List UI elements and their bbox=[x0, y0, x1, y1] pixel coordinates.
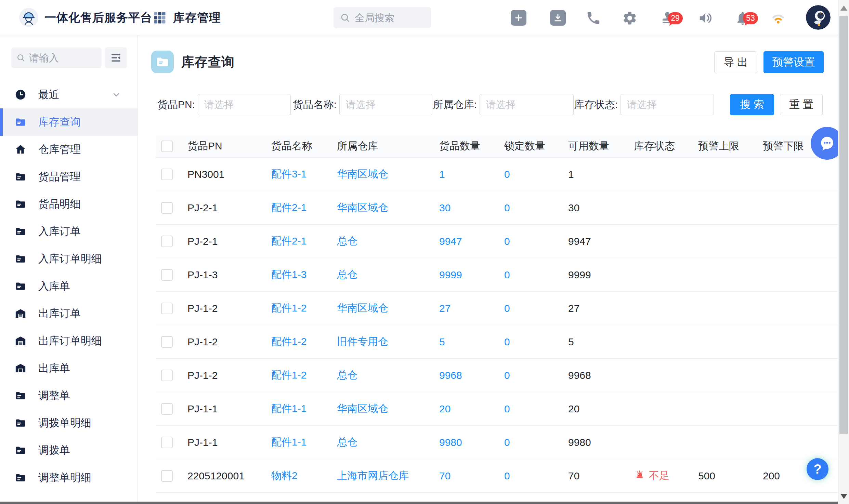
cell-locked-link[interactable]: 0 bbox=[504, 370, 568, 381]
scroll-down-arrow[interactable] bbox=[840, 494, 847, 499]
sidebar-item-inventory-query[interactable]: 库存查询 bbox=[0, 108, 138, 136]
global-search-input[interactable] bbox=[355, 12, 423, 24]
cell-qty-link[interactable]: 9947 bbox=[439, 236, 504, 247]
cell-warehouse-link[interactable]: 总仓 bbox=[337, 368, 439, 382]
export-button[interactable]: 导 出 bbox=[714, 51, 757, 73]
cell-name-link[interactable]: 配件1-2 bbox=[271, 301, 337, 315]
sidebar-item-warehouse-management[interactable]: 仓库管理 bbox=[0, 136, 138, 163]
sidebar-item-adjustment-order[interactable]: 调整单 bbox=[0, 382, 138, 409]
download-button[interactable] bbox=[550, 10, 566, 26]
cell-warehouse-link[interactable]: 华南区域仓 bbox=[337, 402, 439, 416]
sidebar-item-recent[interactable]: 最近 bbox=[0, 81, 138, 108]
row-checkbox[interactable] bbox=[161, 169, 173, 180]
search-button[interactable]: 搜 索 bbox=[730, 94, 774, 115]
cell-warehouse-link[interactable]: 旧件专用仓 bbox=[337, 335, 439, 349]
sidebar-item-transfer-order[interactable]: 调拨单 bbox=[0, 437, 138, 464]
alert-settings-button[interactable]: 预警设置 bbox=[763, 51, 824, 73]
cell-name-link[interactable]: 配件1-3 bbox=[271, 268, 337, 282]
user-avatar[interactable] bbox=[806, 5, 831, 30]
sidebar-item-transfer-order-detail[interactable]: 调拨单明细 bbox=[0, 409, 138, 437]
chevron-down-icon[interactable] bbox=[111, 90, 121, 100]
cell-locked-link[interactable]: 0 bbox=[504, 169, 568, 180]
cell-qty-link[interactable]: 27 bbox=[439, 303, 504, 314]
module-grid-icon[interactable] bbox=[153, 11, 167, 25]
cell-warehouse-link[interactable]: 总仓 bbox=[337, 268, 439, 282]
cell-qty-link[interactable]: 20 bbox=[439, 403, 504, 415]
row-checkbox[interactable] bbox=[161, 202, 173, 214]
cell-qty-link[interactable]: 1 bbox=[439, 169, 504, 180]
phone-button[interactable] bbox=[586, 10, 601, 26]
cell-locked-link[interactable]: 0 bbox=[504, 202, 568, 214]
cell-warehouse-link[interactable]: 华南区域仓 bbox=[337, 167, 439, 181]
table-row: PJ-2-1 配件2-1 华南区域仓 30 0 30 bbox=[156, 191, 841, 225]
cell-name-link[interactable]: 配件2-1 bbox=[271, 234, 337, 248]
sidebar-item-goods-detail[interactable]: 货品明细 bbox=[0, 190, 138, 218]
reset-button[interactable]: 重 置 bbox=[780, 94, 823, 115]
cell-locked-link[interactable]: 0 bbox=[504, 336, 568, 348]
cell-warehouse-link[interactable]: 华南区域仓 bbox=[337, 201, 439, 215]
network-button[interactable] bbox=[770, 10, 786, 26]
row-checkbox[interactable] bbox=[161, 269, 173, 281]
sidebar-item-outbound-order-detail[interactable]: 出库订单明细 bbox=[0, 327, 138, 355]
row-checkbox[interactable] bbox=[161, 370, 173, 381]
scroll-up-arrow[interactable] bbox=[840, 5, 847, 11]
filter-input-status[interactable] bbox=[621, 94, 714, 115]
cell-name-link[interactable]: 配件1-1 bbox=[271, 402, 337, 416]
cell-locked-link[interactable]: 0 bbox=[504, 303, 568, 314]
sidebar-item-inbound-receipt[interactable]: 入库单 bbox=[0, 273, 138, 300]
cell-qty-link[interactable]: 5 bbox=[439, 336, 504, 348]
cell-name-link[interactable]: 配件2-1 bbox=[271, 201, 337, 215]
cell-qty-link[interactable]: 70 bbox=[439, 470, 504, 482]
cell-warehouse-link[interactable]: 上海市网店仓库 bbox=[337, 469, 439, 483]
sidebar-item-inbound-order-detail[interactable]: 入库订单明细 bbox=[0, 245, 138, 273]
col-status: 库存状态 bbox=[634, 139, 698, 153]
sidebar-search[interactable] bbox=[11, 48, 102, 68]
row-checkbox[interactable] bbox=[161, 437, 173, 448]
row-checkbox[interactable] bbox=[161, 336, 173, 348]
vertical-scrollbar-thumb[interactable] bbox=[839, 16, 848, 434]
sidebar-item-outbound-receipt[interactable]: 出库单 bbox=[0, 355, 138, 382]
cell-lower-limit: 200 bbox=[763, 470, 841, 482]
sidebar-item-outbound-order[interactable]: 出库订单 bbox=[0, 300, 138, 327]
cell-locked-link[interactable]: 0 bbox=[504, 470, 568, 482]
add-button[interactable] bbox=[511, 10, 526, 26]
cell-warehouse-link[interactable]: 总仓 bbox=[337, 435, 439, 449]
row-checkbox[interactable] bbox=[161, 236, 173, 247]
cell-qty-link[interactable]: 30 bbox=[439, 202, 504, 214]
cell-name-link[interactable]: 配件1-1 bbox=[271, 435, 337, 449]
filter-input-warehouse[interactable] bbox=[480, 94, 574, 115]
cell-upper-limit: 500 bbox=[698, 470, 763, 482]
cell-qty-link[interactable]: 9968 bbox=[439, 370, 504, 381]
cell-name-link[interactable]: 配件3-1 bbox=[271, 167, 337, 181]
row-checkbox[interactable] bbox=[161, 403, 173, 415]
cell-locked-link[interactable]: 0 bbox=[504, 236, 568, 247]
sidebar-search-input[interactable] bbox=[29, 52, 91, 64]
sidebar-item-goods-management[interactable]: 货品管理 bbox=[0, 163, 138, 190]
approval-button[interactable]: 29 bbox=[659, 10, 675, 26]
horizontal-scrollbar-thumb[interactable] bbox=[0, 502, 838, 504]
sidebar-item-inbound-order[interactable]: 入库订单 bbox=[0, 218, 138, 245]
sidebar-collapse-button[interactable] bbox=[105, 47, 127, 68]
help-float-button[interactable]: ? bbox=[807, 458, 828, 480]
cell-name-link[interactable]: 配件1-2 bbox=[271, 368, 337, 382]
row-checkbox[interactable] bbox=[161, 303, 173, 314]
cell-locked-link[interactable]: 0 bbox=[504, 403, 568, 415]
notifications-button[interactable]: 53 bbox=[735, 10, 750, 26]
vertical-scrollbar[interactable] bbox=[838, 0, 849, 504]
settings-button[interactable] bbox=[622, 10, 638, 26]
cell-qty-link[interactable]: 9980 bbox=[439, 437, 504, 448]
cell-warehouse-link[interactable]: 总仓 bbox=[337, 234, 439, 248]
cell-warehouse-link[interactable]: 华南区域仓 bbox=[337, 301, 439, 315]
announcement-button[interactable] bbox=[698, 10, 714, 26]
cell-locked-link[interactable]: 0 bbox=[504, 269, 568, 281]
select-all-checkbox[interactable] bbox=[161, 141, 173, 152]
cell-name-link[interactable]: 配件1-2 bbox=[271, 335, 337, 349]
row-checkbox[interactable] bbox=[161, 470, 173, 482]
filter-input-pn[interactable] bbox=[198, 94, 291, 115]
global-search[interactable] bbox=[334, 7, 431, 28]
cell-locked-link[interactable]: 0 bbox=[504, 437, 568, 448]
cell-name-link[interactable]: 物料2 bbox=[271, 469, 337, 483]
cell-qty-link[interactable]: 9999 bbox=[439, 269, 504, 281]
filter-input-name[interactable] bbox=[339, 94, 432, 115]
sidebar-item-adjustment-order-detail[interactable]: 调整单明细 bbox=[0, 464, 138, 491]
